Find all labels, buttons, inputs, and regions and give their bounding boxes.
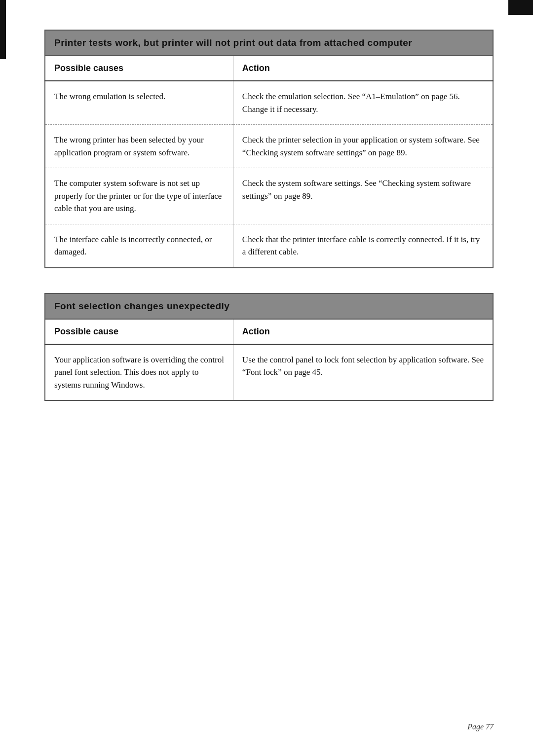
table-row: The interface cable is incorrectly conne… — [45, 224, 493, 268]
table2-title-cell: Font selection changes unexpectedly — [45, 293, 493, 319]
table1-col1-header: Possible causes — [45, 56, 233, 81]
table2-title: Font selection changes unexpectedly — [54, 301, 229, 311]
action-cell: Check that the printer interface cable i… — [233, 224, 493, 268]
cause-cell: The interface cable is incorrectly conne… — [45, 224, 233, 268]
page-number: Page 77 — [467, 722, 494, 731]
table-title-cell: Printer tests work, but printer will not… — [45, 30, 493, 56]
cause-cell: The wrong emulation is selected. — [45, 81, 233, 125]
table-row: The computer system software is not set … — [45, 168, 493, 224]
table2-col-header-row: Possible cause Action — [45, 319, 493, 344]
left-decoration-bar — [0, 0, 6, 59]
table1-title: Printer tests work, but printer will not… — [54, 37, 412, 48]
top-right-decoration — [508, 0, 533, 15]
table-printer-tests: Printer tests work, but printer will not… — [44, 30, 494, 268]
action-cell: Use the control panel to lock font selec… — [233, 344, 493, 401]
table-row: Your application software is overriding … — [45, 344, 493, 401]
action-cell: Check the printer selection in your appl… — [233, 125, 493, 168]
cause-cell: Your application software is overriding … — [45, 344, 233, 401]
table-row: The wrong emulation is selected. Check t… — [45, 81, 493, 125]
page-content: Printer tests work, but printer will not… — [44, 30, 494, 401]
table-title-row: Printer tests work, but printer will not… — [45, 30, 493, 56]
table-font-selection: Font selection changes unexpectedly Poss… — [44, 293, 494, 401]
action-cell: Check the system software settings. See … — [233, 168, 493, 224]
table2-col1-header: Possible cause — [45, 319, 233, 344]
table2-title-row: Font selection changes unexpectedly — [45, 293, 493, 319]
table1-col-header-row: Possible causes Action — [45, 56, 493, 81]
action-cell: Check the emulation selection. See “A1–E… — [233, 81, 493, 125]
cause-cell: The computer system software is not set … — [45, 168, 233, 224]
table1-col2-header: Action — [233, 56, 493, 81]
table2-col2-header: Action — [233, 319, 493, 344]
table-row: The wrong printer has been selected by y… — [45, 125, 493, 168]
cause-cell: The wrong printer has been selected by y… — [45, 125, 233, 168]
